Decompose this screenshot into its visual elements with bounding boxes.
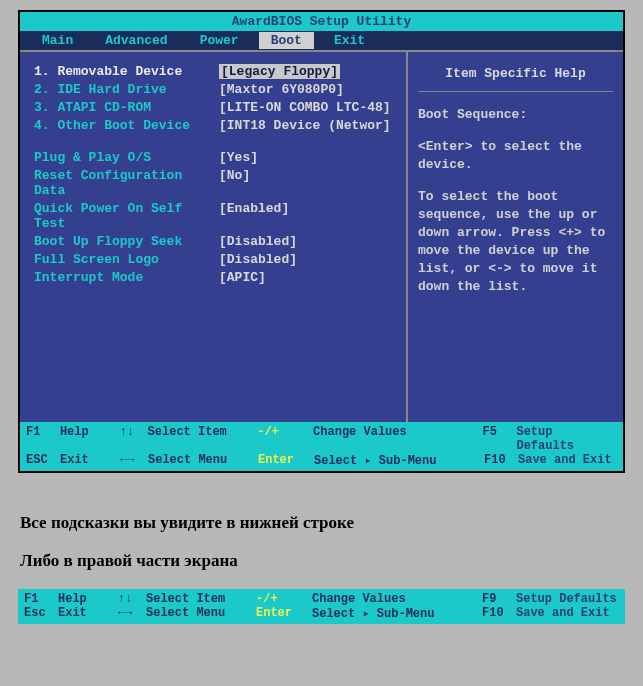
footer-keys: F1 Help ↑↓ Select Item -/+ Change Values… <box>20 422 623 471</box>
key-plusminus: -/+ <box>256 592 312 606</box>
key-f1: F1 <box>26 425 60 453</box>
setup-defaults-label: Setup Defaults <box>516 425 617 453</box>
help-p3: To select the boot sequence, use the up … <box>418 188 613 296</box>
menu-boot[interactable]: Boot <box>259 32 314 49</box>
change-values-label: Change Values <box>313 425 482 453</box>
setup-defaults-label: Setup Defaults <box>516 592 617 606</box>
help-text: Boot Sequence: <Enter> to select the dev… <box>418 106 613 296</box>
key-exit-label: Exit <box>58 606 118 621</box>
instruction-text: Все подсказки вы увидите в нижней строке… <box>20 513 623 571</box>
settings-panel: 1. Removable Device [Legacy Floppy] 2. I… <box>20 52 408 422</box>
boot-label: 4. Other Boot Device <box>34 118 219 133</box>
setting-quick-post[interactable]: Quick Power On Self Test [Enabled] <box>34 201 398 231</box>
setting-value: [Disabled] <box>219 252 297 267</box>
key-exit-label: Exit <box>60 453 120 468</box>
select-submenu-label: Select ▸ Sub-Menu <box>312 606 482 621</box>
setting-value: [Yes] <box>219 150 258 165</box>
key-plusminus: -/+ <box>257 425 313 453</box>
menu-bar: Main Advanced Power Boot Exit <box>20 31 623 50</box>
boot-device-3[interactable]: 3. ATAPI CD-ROM [LITE-ON COMBO LTC-48] <box>34 100 398 115</box>
boot-value: [Maxtor 6Y080P0] <box>219 82 344 97</box>
setting-label: Interrupt Mode <box>34 270 219 285</box>
save-exit-label: Save and Exit <box>516 606 610 621</box>
change-values-label: Change Values <box>312 592 482 606</box>
boot-device-4[interactable]: 4. Other Boot Device [INT18 Device (Netw… <box>34 118 398 133</box>
setting-value: [Enabled] <box>219 201 289 231</box>
setting-label: Quick Power On Self Test <box>34 201 219 231</box>
setting-interrupt-mode[interactable]: Interrupt Mode [APIC] <box>34 270 398 285</box>
key-enter: Enter <box>258 453 314 468</box>
setting-plug-play[interactable]: Plug & Play O/S [Yes] <box>34 150 398 165</box>
instruction-p2: Либо в правой части экрана <box>20 551 623 571</box>
menu-exit[interactable]: Exit <box>322 32 377 49</box>
title-bar: AwardBIOS Setup Utility <box>20 12 623 31</box>
help-title: Item Specific Help <box>418 60 613 92</box>
key-f5: F5 <box>483 425 517 453</box>
footer2-row-1: F1 Help ↑↓ Select Item -/+ Change Values… <box>24 592 619 606</box>
boot-value: [INT18 Device (Networ] <box>219 118 391 133</box>
setting-label: Boot Up Floppy Seek <box>34 234 219 249</box>
updown-arrow-icon: ↑↓ <box>118 592 146 606</box>
key-help-label: Help <box>58 592 118 606</box>
key-f10: F10 <box>484 453 518 468</box>
leftright-arrow-icon: ←→ <box>120 453 148 468</box>
menu-power[interactable]: Power <box>188 32 251 49</box>
key-help-label: Help <box>60 425 120 453</box>
setting-value: [No] <box>219 168 250 198</box>
updown-arrow-icon: ↑↓ <box>120 425 148 453</box>
setting-value: [Disabled] <box>219 234 297 249</box>
boot-label: 2. IDE Hard Drive <box>34 82 219 97</box>
select-item-label: Select Item <box>146 592 256 606</box>
footer-row-2: ESC Exit ←→ Select Menu Enter Select ▸ S… <box>26 453 617 468</box>
key-f1: F1 <box>24 592 58 606</box>
save-exit-label: Save and Exit <box>518 453 612 468</box>
boot-label: 1. Removable Device <box>34 64 219 79</box>
content-area: 1. Removable Device [Legacy Floppy] 2. I… <box>20 50 623 422</box>
select-submenu-label: Select ▸ Sub-Menu <box>314 453 484 468</box>
help-p1: Boot Sequence: <box>418 106 613 124</box>
setting-label: Reset Configuration Data <box>34 168 219 198</box>
select-menu-label: Select Menu <box>146 606 256 621</box>
select-item-label: Select Item <box>148 425 258 453</box>
boot-value: [LITE-ON COMBO LTC-48] <box>219 100 391 115</box>
footer-row-1: F1 Help ↑↓ Select Item -/+ Change Values… <box>26 425 617 453</box>
bios-window: AwardBIOS Setup Utility Main Advanced Po… <box>18 10 625 473</box>
footer2-row-2: Esc Exit ←→ Select Menu Enter Select ▸ S… <box>24 606 619 621</box>
key-enter: Enter <box>256 606 312 621</box>
boot-value: [Legacy Floppy] <box>219 64 340 79</box>
key-f9: F9 <box>482 592 516 606</box>
setting-fullscreen-logo[interactable]: Full Screen Logo [Disabled] <box>34 252 398 267</box>
menu-main[interactable]: Main <box>30 32 85 49</box>
select-menu-label: Select Menu <box>148 453 258 468</box>
setting-value: [APIC] <box>219 270 266 285</box>
menu-advanced[interactable]: Advanced <box>93 32 179 49</box>
setting-label: Full Screen Logo <box>34 252 219 267</box>
setting-label: Plug & Play O/S <box>34 150 219 165</box>
footer-keys-2: F1 Help ↑↓ Select Item -/+ Change Values… <box>18 589 625 624</box>
key-f10: F10 <box>482 606 516 621</box>
instruction-p1: Все подсказки вы увидите в нижней строке <box>20 513 623 533</box>
boot-label: 3. ATAPI CD-ROM <box>34 100 219 115</box>
help-panel: Item Specific Help Boot Sequence: <Enter… <box>408 52 623 422</box>
setting-reset-config[interactable]: Reset Configuration Data [No] <box>34 168 398 198</box>
leftright-arrow-icon: ←→ <box>118 606 146 621</box>
key-esc: ESC <box>26 453 60 468</box>
boot-device-2[interactable]: 2. IDE Hard Drive [Maxtor 6Y080P0] <box>34 82 398 97</box>
key-esc: Esc <box>24 606 58 621</box>
help-p2: <Enter> to select the device. <box>418 138 613 174</box>
boot-device-1[interactable]: 1. Removable Device [Legacy Floppy] <box>34 64 398 79</box>
setting-floppy-seek[interactable]: Boot Up Floppy Seek [Disabled] <box>34 234 398 249</box>
